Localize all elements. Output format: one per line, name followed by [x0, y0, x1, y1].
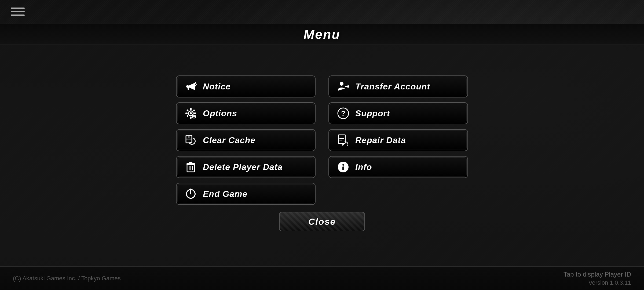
svg-rect-2: [188, 87, 189, 90]
svg-rect-32: [189, 162, 192, 163]
delete-player-data-button[interactable]: Delete Player Data: [176, 156, 316, 178]
svg-rect-16: [186, 115, 189, 117]
footer-right: Tap to display Player ID Version 1.0.3.1…: [564, 271, 631, 286]
info-label: Info: [355, 162, 372, 172]
buttons-grid: Notice Transfer Account: [176, 75, 468, 231]
svg-point-20: [193, 116, 195, 117]
support-button[interactable]: ? Support: [328, 102, 468, 124]
transfer-icon: [336, 80, 350, 93]
repair-icon: [336, 133, 350, 147]
notice-button[interactable]: Notice: [176, 75, 316, 97]
end-game-icon: [184, 187, 197, 201]
main-content: Notice Transfer Account: [0, 45, 644, 266]
repair-data-button[interactable]: Repair Data: [328, 129, 468, 151]
svg-text:?: ?: [341, 109, 345, 117]
svg-rect-11: [190, 108, 192, 110]
notice-icon: [184, 80, 197, 93]
page-title: Menu: [303, 27, 340, 42]
svg-rect-38: [342, 166, 344, 170]
transfer-account-button[interactable]: Transfer Account: [328, 75, 468, 97]
info-button[interactable]: Info: [328, 156, 468, 178]
copyright-text: (C) Akatsuki Games Inc. / Topkyo Games: [13, 275, 121, 282]
close-button-wrapper: Close: [176, 212, 468, 231]
end-game-button[interactable]: End Game: [176, 183, 316, 205]
close-label: Close: [308, 216, 336, 227]
svg-rect-12: [190, 117, 192, 119]
hamburger-menu[interactable]: [11, 8, 25, 16]
version-text: Version 1.0.3.11: [588, 279, 631, 286]
svg-point-7: [340, 82, 343, 86]
clear-cache-icon: C: [184, 133, 197, 147]
svg-point-10: [190, 112, 192, 114]
support-label: Support: [355, 108, 390, 118]
svg-rect-15: [193, 109, 195, 111]
hamburger-line-2: [11, 11, 25, 12]
hamburger-line-3: [11, 15, 25, 16]
close-button[interactable]: Close: [279, 212, 365, 231]
svg-text:C: C: [188, 136, 190, 139]
svg-point-37: [342, 164, 344, 166]
transfer-account-label: Transfer Account: [355, 82, 430, 92]
clear-cache-label: Clear Cache: [203, 135, 255, 145]
info-icon: [336, 160, 350, 174]
delete-icon: [184, 160, 197, 174]
header-bar: Menu: [0, 24, 644, 45]
svg-rect-18: [186, 109, 189, 111]
options-icon: [184, 107, 197, 120]
delete-player-data-label: Delete Player Data: [203, 162, 283, 172]
options-label: Options: [203, 108, 237, 118]
end-game-label: End Game: [203, 189, 247, 199]
options-button[interactable]: Options: [176, 102, 316, 124]
player-id-text[interactable]: Tap to display Player ID: [564, 271, 631, 278]
svg-rect-31: [186, 163, 195, 165]
footer: (C) Akatsuki Games Inc. / Topkyo Games T…: [0, 266, 644, 290]
svg-rect-14: [185, 113, 188, 114]
clear-cache-button[interactable]: C Clear Cache: [176, 129, 316, 151]
repair-data-label: Repair Data: [355, 135, 406, 145]
support-icon: ?: [336, 107, 350, 120]
hamburger-line-1: [11, 8, 25, 9]
svg-rect-26: [338, 135, 345, 143]
notice-label: Notice: [203, 82, 231, 92]
svg-line-4: [195, 82, 196, 83]
svg-rect-13: [194, 113, 196, 114]
